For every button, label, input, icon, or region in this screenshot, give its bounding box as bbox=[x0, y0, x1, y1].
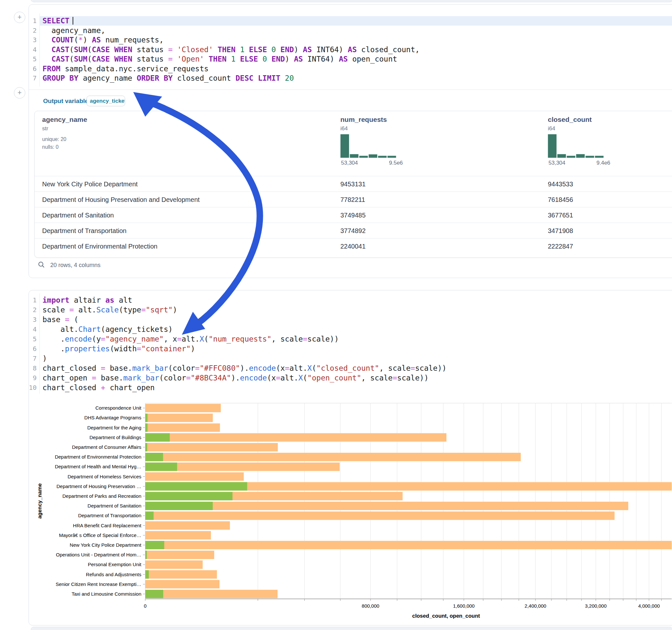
svg-text:Department for the Aging: Department for the Aging bbox=[87, 425, 141, 430]
output-variable-label: Output variable: bbox=[43, 98, 91, 104]
line-number: 10 bbox=[25, 383, 37, 392]
cell-agency-name: Department of Sanitation bbox=[42, 208, 114, 223]
svg-text:Department of Housing Preserva: Department of Housing Preservation … bbox=[56, 484, 141, 489]
results-table: agency_name str unique: 20 nulls: 0 num_… bbox=[34, 111, 672, 258]
cell-closed-count: 3677651 bbox=[548, 208, 573, 223]
next-cell-edge bbox=[31, 627, 672, 630]
cell-agency-name: Department of Environmental Protection bbox=[42, 239, 158, 254]
line-number: 6 bbox=[25, 344, 37, 354]
gutter-divider bbox=[40, 14, 40, 87]
python-cell: 1import altair as alt2scale = alt.Scale(… bbox=[28, 290, 672, 626]
code-line[interactable]: base = ( bbox=[43, 315, 78, 324]
code-line[interactable]: chart_closed + chart_open bbox=[43, 383, 154, 392]
code-line[interactable]: .properties(width="container") bbox=[43, 344, 195, 354]
svg-text:Department of Environmental Pr: Department of Environmental Protection bbox=[55, 454, 141, 460]
histogram bbox=[340, 132, 399, 160]
histogram bbox=[548, 132, 606, 160]
line-number: 2 bbox=[25, 305, 37, 315]
line-number: 2 bbox=[25, 26, 37, 35]
add-cell-button[interactable]: + bbox=[14, 87, 25, 98]
svg-text:closed_count, open_count: closed_count, open_count bbox=[412, 613, 480, 619]
code-line[interactable]: GROUP BY agency_name ORDER BY closed_cou… bbox=[43, 74, 294, 83]
altair-chart: Correspondence UnitDHS Advantage Program… bbox=[34, 394, 672, 621]
code-line[interactable]: FROM sample_data.nyc.service_requests bbox=[43, 64, 209, 74]
histogram-min-label: 53,304 bbox=[549, 160, 565, 166]
cell-closed-count: 2222847 bbox=[548, 239, 573, 254]
svg-text:Department of Homeless Service: Department of Homeless Services bbox=[67, 474, 141, 479]
svg-text:4,000,000: 4,000,000 bbox=[638, 603, 660, 609]
svg-text:Refunds and Adjustments: Refunds and Adjustments bbox=[86, 572, 141, 577]
code-line[interactable]: chart_closed = base.mark_bar(color="#FFC… bbox=[43, 364, 447, 373]
fold-chevron-icon[interactable]: ⌄ bbox=[42, 19, 46, 25]
svg-text:New York City Police Departmen: New York City Police Department bbox=[70, 542, 142, 548]
line-number: 5 bbox=[25, 335, 37, 344]
table-row[interactable]: New York City Police Department 9453131 … bbox=[35, 176, 672, 192]
histogram-max-label: 9.4e6 bbox=[597, 160, 610, 166]
column-stat-nulls: nulls: 0 bbox=[42, 144, 59, 150]
svg-text:Department of Buildings: Department of Buildings bbox=[90, 435, 141, 440]
svg-text:Department of Health and Menta: Department of Health and Mental Hyg… bbox=[55, 464, 141, 469]
line-number: 7 bbox=[25, 354, 37, 363]
table-row[interactable]: Department of Transportation 3774892 347… bbox=[35, 223, 672, 239]
svg-text:1,600,000: 1,600,000 bbox=[453, 603, 475, 609]
search-icon[interactable] bbox=[38, 261, 45, 268]
add-cell-button[interactable]: + bbox=[14, 12, 25, 23]
code-line[interactable]: .encode(y="agency_name", x=alt.X("num_re… bbox=[43, 335, 339, 344]
line-number: 3 bbox=[25, 35, 37, 45]
column-type: i64 bbox=[340, 125, 348, 132]
cell-num-requests: 9453131 bbox=[340, 176, 366, 192]
table-row[interactable]: Department of Sanitation 3749485 3677651 bbox=[35, 207, 672, 223]
gutter-divider bbox=[40, 294, 40, 394]
column-type: i64 bbox=[548, 125, 555, 132]
code-line[interactable]: SELECT bbox=[43, 16, 73, 26]
fold-chevron-icon[interactable]: ⌄ bbox=[42, 316, 46, 322]
svg-text:Senior Citizen Rent Increase E: Senior Citizen Rent Increase Exempti… bbox=[56, 581, 141, 587]
svg-text:Department of Consumer Affairs: Department of Consumer Affairs bbox=[72, 444, 141, 450]
code-line[interactable]: chart_open = base.mark_bar(color="#8BC34… bbox=[43, 373, 429, 383]
cell-num-requests: 2240041 bbox=[340, 239, 366, 254]
code-line[interactable]: import altair as alt bbox=[43, 295, 132, 305]
svg-text:agency_name: agency_name bbox=[37, 483, 43, 518]
svg-text:Taxi and Limousine Commission: Taxi and Limousine Commission bbox=[72, 591, 141, 597]
line-number: 1 bbox=[25, 16, 37, 26]
cell-closed-count: 9443533 bbox=[548, 176, 573, 192]
cell-agency-name: Department of Transportation bbox=[42, 223, 126, 239]
active-line-highlight bbox=[40, 16, 672, 26]
output-variable-pill[interactable]: agency_tickets bbox=[87, 96, 125, 106]
column-stat-unique: unique: 20 bbox=[42, 137, 67, 142]
cursor-caret bbox=[73, 17, 73, 25]
line-number: 4 bbox=[25, 45, 37, 54]
histogram-max-label: 9.5e6 bbox=[389, 160, 403, 166]
bar-chart: Correspondence UnitDHS Advantage Program… bbox=[34, 394, 672, 621]
output-variable-row: Output variable: agency_tickets bbox=[43, 96, 91, 106]
code-line[interactable]: CAST(SUM(CASE WHEN status = 'Closed' THE… bbox=[43, 45, 419, 54]
cell-closed-count: 7618456 bbox=[548, 192, 573, 208]
table-row[interactable]: Department of Housing Preservation and D… bbox=[35, 192, 672, 208]
svg-text:Personal Exemption Unit: Personal Exemption Unit bbox=[88, 562, 142, 567]
table-row[interactable]: Department of Environmental Protection 2… bbox=[35, 238, 672, 254]
svg-text:Department of Transportation: Department of Transportation bbox=[78, 513, 141, 518]
code-line[interactable]: scale = alt.Scale(type="sqrt") bbox=[43, 305, 177, 315]
column-name: closed_count bbox=[548, 116, 592, 123]
code-line[interactable]: agency_name, bbox=[43, 26, 105, 35]
cell-closed-count: 3471908 bbox=[548, 223, 573, 239]
cell-num-requests: 3774892 bbox=[340, 223, 366, 239]
svg-text:Department of Sanitation: Department of Sanitation bbox=[88, 503, 141, 508]
svg-text:3,200,000: 3,200,000 bbox=[585, 603, 607, 609]
table-footer: 20 rows, 4 columns bbox=[38, 260, 100, 271]
line-number: 3 bbox=[25, 315, 37, 324]
line-number: 6 bbox=[25, 64, 37, 74]
line-number: 8 bbox=[25, 364, 37, 373]
line-number: 5 bbox=[25, 54, 37, 64]
svg-text:2,400,000: 2,400,000 bbox=[525, 603, 546, 609]
cell-agency-name: New York City Police Department bbox=[42, 176, 138, 192]
svg-text:800,000: 800,000 bbox=[362, 603, 379, 609]
code-line[interactable]: alt.Chart(agency_tickets) bbox=[43, 325, 173, 334]
code-line[interactable]: ) bbox=[43, 354, 47, 363]
code-line[interactable]: COUNT(*) AS num_requests, bbox=[43, 35, 164, 45]
code-line[interactable]: CAST(SUM(CASE WHEN status = 'Open' THEN … bbox=[43, 54, 397, 64]
column-name: agency_name bbox=[42, 116, 87, 123]
divider bbox=[29, 90, 672, 90]
svg-text:0: 0 bbox=[144, 603, 146, 609]
svg-text:Operations Unit - Department o: Operations Unit - Department of Hom… bbox=[56, 552, 141, 557]
